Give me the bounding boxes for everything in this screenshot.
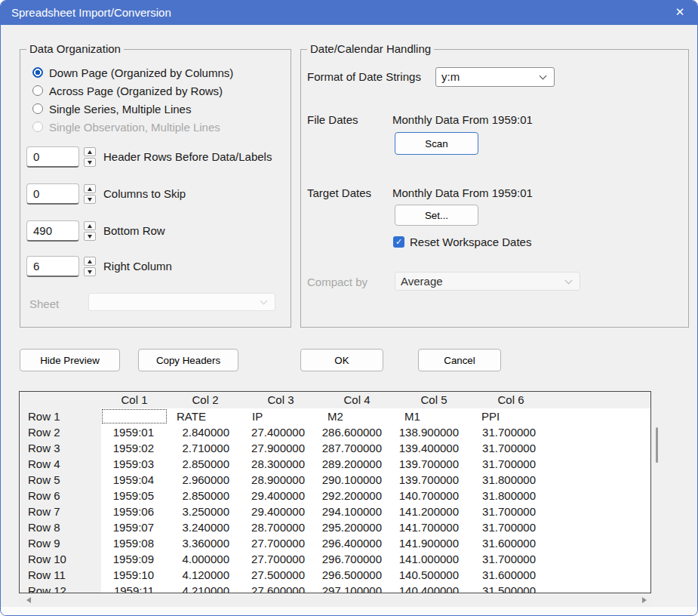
preview-cell[interactable]: PPI xyxy=(472,408,549,424)
scroll-right-icon[interactable] xyxy=(642,597,647,603)
preview-cell[interactable]: 1959:04 xyxy=(101,472,168,488)
preview-cell[interactable]: 294.100000 xyxy=(318,504,395,519)
preview-cell[interactable]: 292.200000 xyxy=(318,488,395,504)
preview-row-label[interactable]: Row 12 xyxy=(20,583,101,593)
preview-cell[interactable]: 141.900000 xyxy=(395,535,472,551)
preview-cell[interactable]: 295.200000 xyxy=(318,519,395,535)
spin-up-button[interactable] xyxy=(84,184,96,193)
preview-cell[interactable]: 140.400000 xyxy=(395,583,472,593)
preview-cell[interactable]: 1959:06 xyxy=(101,504,168,519)
radio-button-icon[interactable] xyxy=(32,67,43,78)
preview-cell[interactable]: 138.900000 xyxy=(395,424,472,440)
preview-cell[interactable]: 139.400000 xyxy=(395,440,472,456)
preview-row-label[interactable]: Row 5 xyxy=(20,472,101,488)
ok-button[interactable]: OK xyxy=(300,349,383,371)
preview-cell[interactable]: 27.600000 xyxy=(243,583,318,593)
spin-down-button[interactable] xyxy=(84,195,96,204)
preview-cell[interactable]: 3.240000 xyxy=(168,519,243,535)
preview-cell[interactable] xyxy=(101,408,168,424)
scan-button[interactable]: Scan xyxy=(395,132,478,155)
radio-button-icon[interactable] xyxy=(32,85,43,96)
preview-cell[interactable]: 141.000000 xyxy=(395,551,472,567)
preview-column-header[interactable]: Col 3 xyxy=(243,392,318,408)
preview-cell[interactable]: 31.700000 xyxy=(472,440,549,456)
radio-option-across-page[interactable]: Across Page (Organized by Rows) xyxy=(32,83,223,98)
preview-cell[interactable]: M2 xyxy=(318,408,395,424)
bottom-row-input[interactable]: 490 xyxy=(26,220,79,242)
preview-cell[interactable]: 3.360000 xyxy=(168,535,243,551)
preview-cell[interactable]: 290.100000 xyxy=(318,472,395,488)
preview-cell[interactable]: M1 xyxy=(395,408,472,424)
header-rows-input[interactable]: 0 xyxy=(26,146,79,168)
vertical-scrollbar-thumb[interactable] xyxy=(656,427,658,463)
preview-row-label[interactable]: Row 1 xyxy=(20,408,101,424)
preview-cell[interactable]: 27.900000 xyxy=(243,440,318,456)
preview-cell[interactable]: 31.800000 xyxy=(472,472,549,488)
preview-cell[interactable]: 1959:09 xyxy=(101,551,168,567)
preview-cell[interactable]: 31.700000 xyxy=(472,551,549,567)
preview-cell[interactable]: 31.700000 xyxy=(472,424,549,440)
horizontal-scrollbar[interactable] xyxy=(19,594,651,606)
preview-cell[interactable]: 1959:05 xyxy=(101,488,168,504)
preview-cell[interactable]: 1959:10 xyxy=(101,567,168,583)
reset-workspace-dates-checkbox[interactable]: ✓ xyxy=(393,236,404,248)
date-format-select[interactable]: y:m xyxy=(435,67,555,87)
preview-cell[interactable]: 4.120000 xyxy=(168,567,243,583)
preview-column-header[interactable]: Col 6 xyxy=(472,392,549,408)
preview-cell[interactable]: 2.710000 xyxy=(168,440,243,456)
spin-up-button[interactable] xyxy=(84,221,96,230)
spin-down-button[interactable] xyxy=(84,267,96,276)
preview-cell[interactable]: 296.400000 xyxy=(318,535,395,551)
preview-cell[interactable]: 4.000000 xyxy=(168,551,243,567)
columns-to-skip-input[interactable]: 0 xyxy=(26,183,79,205)
preview-cell[interactable]: 1959:01 xyxy=(101,424,168,440)
preview-row-label[interactable]: Row 2 xyxy=(20,424,101,440)
preview-cell[interactable]: 1959:02 xyxy=(101,440,168,456)
copy-headers-button[interactable]: Copy Headers xyxy=(138,349,238,371)
preview-cell[interactable]: 1959:07 xyxy=(101,519,168,535)
preview-cell[interactable]: 1959:03 xyxy=(101,456,168,472)
preview-cell[interactable]: IP xyxy=(243,408,318,424)
hide-preview-button[interactable]: Hide Preview xyxy=(20,349,120,371)
preview-cell[interactable]: 296.500000 xyxy=(318,567,395,583)
preview-cell[interactable]: 4.210000 xyxy=(168,583,243,593)
spin-up-button[interactable] xyxy=(84,257,96,266)
preview-row-label[interactable]: Row 3 xyxy=(20,440,101,456)
preview-row-label[interactable]: Row 4 xyxy=(20,456,101,472)
preview-cell[interactable]: 27.400000 xyxy=(243,424,318,440)
preview-column-header[interactable]: Col 5 xyxy=(395,392,472,408)
preview-row-label[interactable]: Row 10 xyxy=(20,551,101,567)
preview-cell[interactable]: 2.850000 xyxy=(168,456,243,472)
preview-cell[interactable]: 139.700000 xyxy=(395,456,472,472)
preview-cell[interactable]: 2.840000 xyxy=(168,424,243,440)
preview-row-label[interactable]: Row 8 xyxy=(20,519,101,535)
preview-cell[interactable]: 29.400000 xyxy=(243,488,318,504)
preview-cell[interactable]: 141.200000 xyxy=(395,504,472,519)
preview-cell[interactable]: 27.700000 xyxy=(243,551,318,567)
set-button[interactable]: Set... xyxy=(395,205,478,226)
preview-cell[interactable]: 27.500000 xyxy=(243,567,318,583)
cancel-button[interactable]: Cancel xyxy=(418,349,501,371)
preview-cell[interactable]: RATE xyxy=(168,408,243,424)
preview-cell[interactable]: 289.200000 xyxy=(318,456,395,472)
preview-cell[interactable]: 28.900000 xyxy=(243,472,318,488)
preview-column-header[interactable]: Col 2 xyxy=(168,392,243,408)
preview-row-label[interactable]: Row 9 xyxy=(20,535,101,551)
preview-row-label[interactable]: Row 11 xyxy=(20,567,101,583)
preview-row-label[interactable]: Row 7 xyxy=(20,504,101,519)
spin-up-button[interactable] xyxy=(84,147,96,156)
preview-cell[interactable]: 1959:11 xyxy=(101,583,168,593)
preview-cell[interactable]: 31.500000 xyxy=(472,583,549,593)
spin-down-button[interactable] xyxy=(84,232,96,241)
close-icon[interactable]: ✕ xyxy=(667,1,693,25)
preview-cell[interactable]: 296.700000 xyxy=(318,551,395,567)
preview-column-header[interactable]: Col 1 xyxy=(101,392,168,408)
preview-cell[interactable]: 31.700000 xyxy=(472,519,549,535)
preview-cell[interactable]: 3.250000 xyxy=(168,504,243,519)
preview-cell[interactable]: 31.700000 xyxy=(472,456,549,472)
preview-cell[interactable]: 31.600000 xyxy=(472,567,549,583)
scroll-left-icon[interactable] xyxy=(26,597,31,603)
preview-cell[interactable]: 139.700000 xyxy=(395,472,472,488)
preview-cell[interactable]: 2.850000 xyxy=(168,488,243,504)
preview-cell[interactable]: 2.960000 xyxy=(168,472,243,488)
